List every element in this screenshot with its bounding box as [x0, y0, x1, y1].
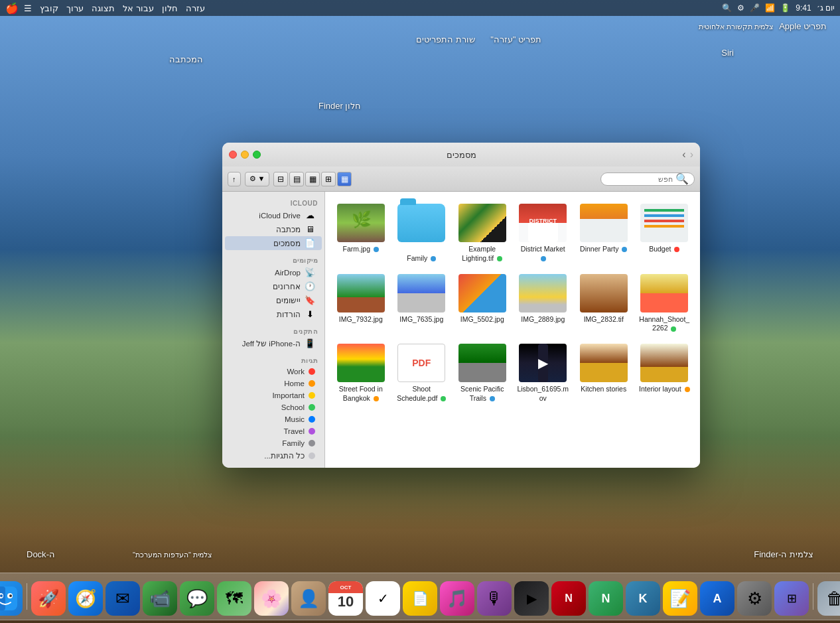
dock-notes-icon[interactable]: 📝 [663, 581, 697, 616]
menu-window[interactable]: חלון [162, 3, 178, 13]
list-item[interactable]: DISTRICTMARKET District Market [514, 198, 573, 266]
sidebar-item-tag-music[interactable]: Music [225, 413, 322, 425]
list-item[interactable]: Street Food in Bangkok [332, 338, 390, 405]
action-button[interactable]: ⚙ ▼ [245, 172, 270, 186]
dock-maps-icon[interactable]: 🗺 [217, 581, 251, 616]
dock-reminders-icon[interactable]: ✓ [366, 581, 400, 616]
apple-menu-icon[interactable]: 🍎 [5, 2, 19, 15]
list-item[interactable]: IMG_7635.jpg [393, 269, 451, 336]
list-item[interactable]: Kitchen stories [575, 338, 633, 405]
dock-messages-icon[interactable]: 💬 [180, 581, 214, 616]
sidebar-item-desktop[interactable]: 🖥 מכתבה [225, 222, 322, 236]
close-button[interactable] [229, 151, 237, 159]
sidebar-item-iphone[interactable]: 📱 ה-iPhone של Jeff [225, 336, 322, 350]
list-item[interactable]: Shoot Schedule.pdf [393, 338, 451, 405]
control-center-icon[interactable]: ⚙ [737, 3, 744, 13]
view-icon-button[interactable]: ⊟ [273, 172, 288, 186]
apps-label: יישומים [276, 296, 301, 305]
view-column-button[interactable]: ▦ [305, 172, 320, 186]
dock-mail-icon[interactable]: ✉ [105, 581, 140, 616]
sidebar-item-apps[interactable]: 🔖 יישומים [225, 293, 322, 307]
dock-trash-icon[interactable]: 🗑 [817, 581, 840, 616]
img2832-thumbnail [580, 274, 628, 312]
list-item[interactable]: Farm.jpg [332, 198, 390, 266]
work-tag-label: Work [287, 368, 305, 376]
dock-appstore-icon[interactable]: A [700, 581, 735, 616]
window-content: iCloud ☁ iCloud Drive 🖥 מכתבה 📄 מסמכים מ… [222, 192, 700, 468]
search-box[interactable]: 🔍 [600, 173, 695, 186]
sidebar-item-tag-school[interactable]: School [225, 401, 322, 413]
sidebar-item-tag-travel[interactable]: Travel [225, 425, 322, 437]
spotlight-icon[interactable]: 🔍 [722, 3, 732, 13]
dock-keynote-icon[interactable]: K [626, 581, 660, 616]
dock-calendar-icon[interactable]: OCT 10 [328, 581, 363, 616]
kitchen-thumbnail [580, 344, 628, 382]
list-item[interactable]: IMG_2832.tif [575, 269, 633, 336]
menu-go[interactable]: עבור אל [123, 3, 154, 13]
menu-file[interactable]: קובץ [40, 3, 58, 13]
dock-news-icon[interactable]: N [551, 581, 586, 616]
fullscreen-button[interactable] [253, 151, 261, 159]
dock-notes2-icon[interactable]: 📄 [403, 581, 437, 616]
dock-music-icon[interactable]: 🎵 [440, 581, 474, 616]
menu-edit[interactable]: ערוך [66, 3, 84, 13]
view-grid-button[interactable]: ⊞ [321, 172, 336, 186]
list-item[interactable]: Hannah_Shoot_2262 [636, 269, 694, 336]
sidebar-item-icloud-drive[interactable]: ☁ iCloud Drive [225, 208, 322, 222]
list-item[interactable]: Interior layout [636, 338, 694, 405]
sidebar-item-tag-home[interactable]: Home [225, 378, 322, 389]
share-button[interactable]: ↑ [228, 172, 241, 186]
music-tag-dot [309, 416, 315, 423]
dock-podcasts-icon[interactable]: 🎙 [477, 581, 512, 616]
sidebar-item-tag-important[interactable]: Important [225, 389, 322, 401]
dock-facetime-icon[interactable]: 📹 [143, 581, 177, 616]
dock-launchpad-icon[interactable]: 🚀 [31, 581, 66, 616]
siri-icon[interactable]: 🎤 [750, 3, 760, 13]
lighting-thumbnail [458, 204, 506, 242]
apps-icon: 🔖 [305, 295, 315, 305]
minimize-button[interactable] [241, 151, 249, 159]
sidebar-item-downloads[interactable]: ⬇ הורדות [225, 307, 322, 321]
list-item[interactable]: IMG_2889.jpg [514, 269, 573, 336]
district-filename: District Market [517, 245, 570, 263]
farm-thumbnail [337, 204, 385, 242]
sidebar-item-airdrop[interactable]: 📡 AirDrop [225, 265, 322, 279]
sidebar-item-recents[interactable]: 🕐 אחרונים [225, 279, 322, 293]
list-item[interactable]: ▶ Lisbon_61695.mov [514, 338, 573, 405]
list-item[interactable]: IMG_5502.jpg [453, 269, 512, 336]
sidebar-item-documents[interactable]: 📄 מסמכים [225, 236, 322, 250]
view-gallery-button[interactable]: ▦ [337, 172, 352, 186]
district-thumbnail: DISTRICTMARKET [519, 204, 567, 242]
search-input[interactable] [606, 175, 673, 183]
sidebar-item-all-tags[interactable]: כל התגיות... [225, 449, 322, 462]
menu-help[interactable]: עזרה [186, 3, 205, 13]
dock-appletv-icon[interactable]: ▶ [514, 581, 549, 616]
desktop-icon: 🖥 [305, 224, 315, 234]
menu-finder[interactable]: ☰ [24, 3, 32, 13]
list-item[interactable]: Dinner Party [575, 198, 633, 266]
family-tag-label: Family [282, 439, 305, 447]
wifi-icon[interactable]: 📶 [765, 3, 775, 13]
nav-forward-button[interactable]: › [690, 149, 693, 161]
dock-system-prefs-icon[interactable]: ⚙ [737, 581, 772, 616]
dock-contacts-icon[interactable]: 👤 [291, 581, 326, 616]
all-tags-dot [309, 452, 315, 459]
list-item[interactable]: IMG_7932.jpg [332, 269, 390, 336]
img7635-filename: IMG_7635.jpg [399, 315, 443, 324]
dock-app-library-icon[interactable]: ⊞ [774, 581, 809, 616]
list-item[interactable]: Scenic Pacific Trails [453, 338, 512, 405]
farm-filename: Farm.jpg [343, 245, 379, 254]
sidebar-item-tag-work[interactable]: Work [225, 366, 322, 378]
sidebar-item-tag-family[interactable]: Family [225, 437, 322, 449]
dock-finder-icon[interactable] [0, 581, 23, 616]
nav-back-button[interactable]: ‹ [682, 149, 685, 161]
battery-icon: 🔋 [780, 3, 790, 13]
menu-view[interactable]: תצוגה [92, 3, 115, 13]
view-list-button[interactable]: ▤ [289, 172, 304, 186]
dock-photos-icon[interactable]: 🌸 [254, 581, 289, 616]
dock-safari-icon[interactable]: 🧭 [68, 581, 103, 616]
list-item[interactable]: Example Lighting.tif [453, 198, 512, 266]
dock-numbers-icon[interactable]: N [589, 581, 623, 616]
list-item[interactable]: Family [393, 198, 451, 266]
list-item[interactable]: Budget [636, 198, 694, 266]
